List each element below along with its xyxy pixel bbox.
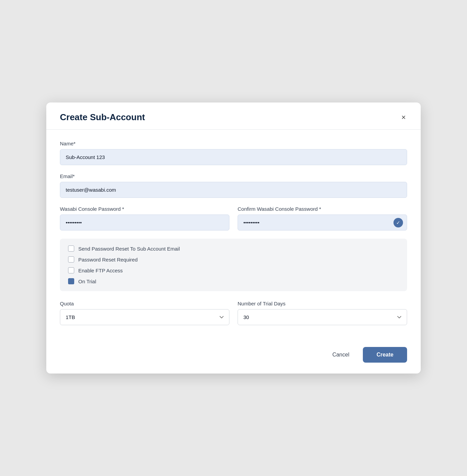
confirm-password-label: Confirm Wasabi Console Password *	[238, 206, 407, 212]
checkbox-send-reset: Send Password Reset To Sub Account Email	[68, 245, 399, 252]
checkboxes-section: Send Password Reset To Sub Account Email…	[60, 239, 407, 291]
confirm-password-wrapper: ✓	[238, 215, 407, 231]
password-label: Wasabi Console Password *	[60, 206, 229, 212]
ftp-access-label: Enable FTP Access	[78, 268, 123, 273]
email-field-group: Email*	[60, 173, 407, 198]
close-button[interactable]: ×	[400, 112, 407, 123]
quota-col: Quota 1TB 2TB 5TB 10TB	[60, 301, 229, 325]
ftp-access-checkbox[interactable]	[68, 267, 74, 273]
create-button[interactable]: Create	[363, 347, 407, 363]
name-input[interactable]	[60, 149, 407, 165]
trial-days-label: Number of Trial Days	[238, 301, 407, 306]
create-subaccount-modal: Create Sub-Account × Name* Email* Wasabi…	[46, 102, 421, 374]
password-reset-checkbox[interactable]	[68, 256, 74, 263]
confirm-password-input[interactable]	[238, 215, 407, 231]
checkbox-ftp-access: Enable FTP Access	[68, 267, 399, 273]
password-row: Wasabi Console Password * Confirm Wasabi…	[60, 206, 407, 231]
dropdowns-row: Quota 1TB 2TB 5TB 10TB Number of Trial D…	[60, 301, 407, 325]
confirm-password-col: Confirm Wasabi Console Password * ✓	[238, 206, 407, 231]
password-wrapper	[60, 215, 229, 231]
password-reset-label: Password Reset Required	[78, 257, 138, 263]
password-match-icon: ✓	[393, 218, 403, 227]
modal-overlay: Create Sub-Account × Name* Email* Wasabi…	[46, 102, 421, 374]
checkbox-on-trial: On Trial	[68, 278, 399, 284]
name-label: Name*	[60, 141, 407, 146]
trial-days-col: Number of Trial Days 30 60 90	[238, 301, 407, 325]
modal-header: Create Sub-Account ×	[46, 102, 421, 130]
quota-label: Quota	[60, 301, 229, 306]
password-col: Wasabi Console Password *	[60, 206, 229, 231]
modal-title: Create Sub-Account	[60, 112, 145, 123]
password-input[interactable]	[60, 215, 229, 231]
send-reset-label: Send Password Reset To Sub Account Email	[78, 246, 180, 252]
name-field-group: Name*	[60, 141, 407, 165]
email-input[interactable]	[60, 182, 407, 198]
on-trial-label: On Trial	[78, 279, 96, 284]
on-trial-checkbox[interactable]	[68, 278, 74, 284]
quota-select[interactable]: 1TB 2TB 5TB 10TB	[60, 309, 229, 325]
email-label: Email*	[60, 173, 407, 179]
modal-body: Name* Email* Wasabi Console Password * C…	[46, 130, 421, 347]
trial-days-select[interactable]: 30 60 90	[238, 309, 407, 325]
checkbox-password-reset: Password Reset Required	[68, 256, 399, 263]
send-reset-checkbox[interactable]	[68, 245, 74, 252]
cancel-button[interactable]: Cancel	[324, 348, 357, 362]
modal-footer: Cancel Create	[46, 347, 421, 374]
